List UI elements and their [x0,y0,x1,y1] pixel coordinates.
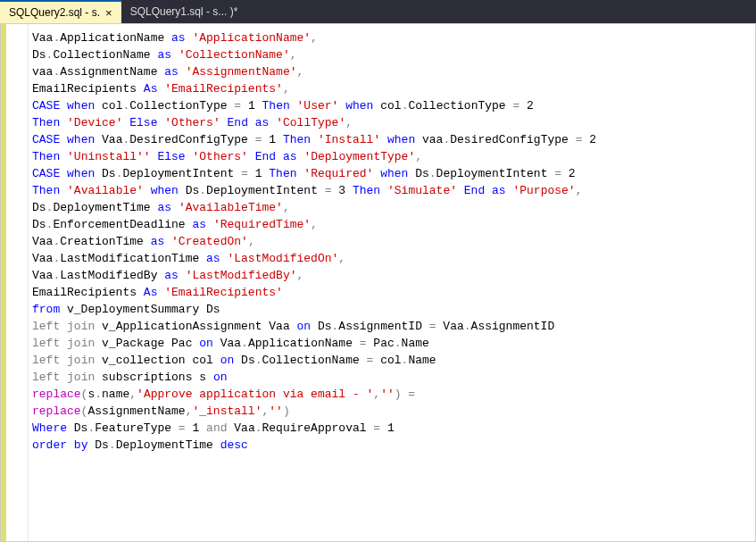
tab-label: SQLQuery2.sql - s. [9,6,100,19]
tab-label: SQLQuery1.sql - s... )* [130,5,238,18]
change-indicator [1,24,6,541]
tab-bar: SQLQuery2.sql - s. × SQLQuery1.sql - s..… [0,0,756,23]
code-area[interactable]: Vaa.ApplicationName as 'ApplicationName'… [29,24,755,541]
close-icon[interactable]: × [105,7,112,19]
tab-sqlquery2[interactable]: SQLQuery2.sql - s. × [0,0,121,23]
gutter [1,24,29,541]
editor: Vaa.ApplicationName as 'ApplicationName'… [0,23,756,542]
tab-sqlquery1[interactable]: SQLQuery1.sql - s... )* [121,0,247,23]
